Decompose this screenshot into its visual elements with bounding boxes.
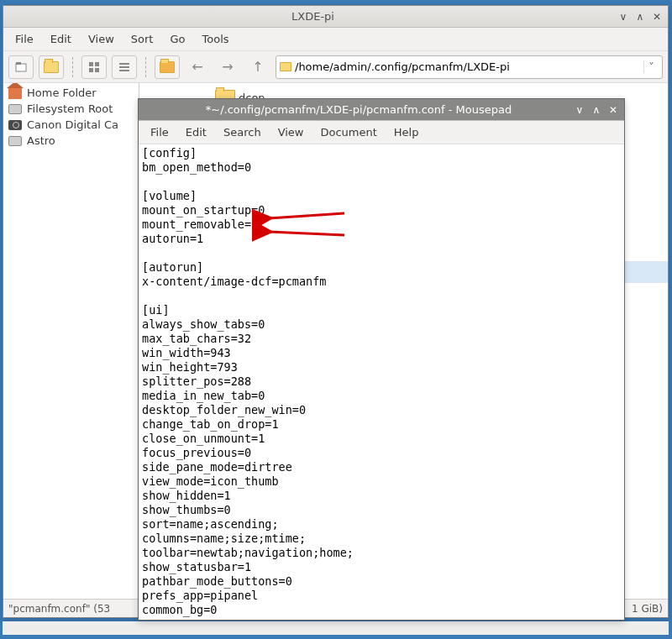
path-input[interactable] — [295, 60, 643, 73]
toolbar-separator — [145, 57, 146, 77]
list-view-button[interactable] — [112, 55, 137, 79]
menu-file[interactable]: File — [144, 123, 176, 141]
menu-tools[interactable]: Tools — [196, 30, 236, 48]
folder-icon — [280, 62, 291, 71]
sidebar-item-label: Filesystem Root — [27, 102, 113, 115]
forward-button[interactable]: → — [215, 55, 240, 79]
menu-view[interactable]: View — [81, 30, 121, 48]
menu-search[interactable]: Search — [217, 123, 268, 141]
menu-file[interactable]: File — [8, 30, 40, 48]
svg-rect-4 — [89, 68, 93, 72]
pcmanfm-menubar: File Edit View Sort Go Tools — [3, 28, 668, 51]
maximize-icon[interactable]: ∧ — [591, 104, 602, 116]
maximize-icon[interactable]: ∧ — [634, 11, 646, 23]
minimize-icon[interactable]: ∨ — [617, 11, 629, 23]
svg-rect-6 — [119, 63, 129, 65]
svg-rect-5 — [95, 68, 99, 72]
up-button[interactable]: ↑ — [245, 55, 270, 79]
editor-textarea[interactable]: [config] bm_open_method=0 [volume] mount… — [139, 144, 624, 620]
icon-view-button[interactable] — [81, 55, 107, 79]
menu-help[interactable]: Help — [387, 123, 426, 141]
menu-sort[interactable]: Sort — [124, 30, 160, 48]
places-sidebar: Home Folder Filesystem Root Canon Digita… — [3, 83, 139, 599]
home-icon — [8, 87, 22, 99]
arrow-up-icon: ↑ — [252, 59, 263, 75]
disk-icon — [8, 136, 22, 146]
sidebar-item-astro[interactable]: Astro — [5, 133, 137, 149]
svg-rect-8 — [119, 70, 129, 71]
taskbar[interactable] — [3, 621, 669, 635]
arrow-right-icon: → — [222, 59, 233, 75]
mousepad-titlebar[interactable]: *~/.config/pcmanfm/LXDE-pi/pcmanfm.conf … — [139, 99, 624, 121]
new-tab-button[interactable] — [8, 55, 34, 79]
pcmanfm-window-controls: ∨ ∧ ✕ — [617, 11, 663, 23]
open-folder-button[interactable] — [39, 55, 64, 79]
menu-view[interactable]: View — [271, 123, 311, 141]
close-icon[interactable]: ✕ — [607, 104, 619, 116]
minimize-icon[interactable]: ∨ — [574, 104, 585, 116]
svg-rect-0 — [16, 64, 26, 71]
menu-go[interactable]: Go — [163, 30, 192, 48]
back-button[interactable]: ← — [185, 55, 210, 79]
home-button[interactable] — [155, 55, 180, 79]
mousepad-window-controls: ∨ ∧ ✕ — [574, 104, 619, 116]
sidebar-item-home[interactable]: Home Folder — [5, 85, 137, 101]
disk-icon — [8, 104, 22, 114]
svg-rect-1 — [16, 62, 21, 65]
menu-edit[interactable]: Edit — [44, 30, 78, 48]
sidebar-item-label: Canon Digital Ca — [27, 118, 118, 131]
sidebar-item-label: Astro — [27, 134, 55, 147]
mousepad-title: *~/.config/pcmanfm/LXDE-pi/pcmanfm.conf … — [144, 103, 574, 116]
svg-rect-3 — [95, 62, 99, 66]
toolbar-separator — [72, 57, 73, 77]
sidebar-item-label: Home Folder — [27, 86, 97, 99]
mousepad-window: *~/.config/pcmanfm/LXDE-pi/pcmanfm.conf … — [138, 98, 625, 621]
icon-view-icon — [87, 60, 101, 74]
path-dropdown-icon[interactable]: ˅ — [643, 60, 659, 73]
home-folder-icon — [160, 61, 175, 73]
new-tab-icon — [14, 60, 28, 74]
menu-document[interactable]: Document — [313, 123, 383, 141]
sidebar-item-camera[interactable]: Canon Digital Ca — [5, 117, 137, 133]
sidebar-item-filesystem[interactable]: Filesystem Root — [5, 101, 137, 117]
path-bar[interactable]: ˅ — [276, 55, 663, 79]
folder-icon — [44, 61, 59, 73]
list-view-icon — [118, 60, 131, 74]
pcmanfm-titlebar[interactable]: LXDE-pi ∨ ∧ ✕ — [3, 6, 668, 28]
mousepad-menubar: File Edit Search View Document Help — [139, 121, 624, 144]
arrow-left-icon: ← — [192, 59, 202, 75]
close-icon[interactable]: ✕ — [651, 11, 663, 23]
svg-rect-2 — [89, 62, 93, 66]
camera-icon — [8, 120, 22, 130]
pcmanfm-title: LXDE-pi — [8, 10, 617, 23]
pcmanfm-toolbar: ← → ↑ ˅ — [3, 51, 668, 83]
svg-rect-7 — [119, 66, 129, 68]
status-right: 1 GiB) — [632, 603, 663, 615]
menu-edit[interactable]: Edit — [179, 123, 213, 141]
